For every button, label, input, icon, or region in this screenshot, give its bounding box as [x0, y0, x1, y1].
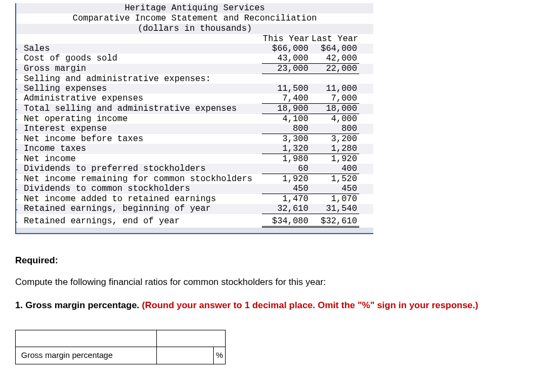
statement-row: Retained earnings, end of year$34,080$32… [16, 216, 373, 227]
row-label: Dividends to preferred stockholders [24, 164, 262, 174]
this-year-value: 11,500 [262, 84, 311, 94]
statement-row: Net income before taxes3,3003,200 [16, 134, 373, 144]
last-year-value: 450 [311, 184, 359, 194]
row-label: Net income added to retained earnings [24, 194, 262, 204]
question-area: Required: Compute the following financia… [15, 254, 554, 364]
last-year-value: 22,000 [311, 64, 359, 74]
required-heading: Required: [15, 254, 554, 268]
answer-blank-cell-2 [157, 330, 226, 347]
statement-title-2: Comparative Income Statement and Reconci… [16, 14, 373, 24]
this-year-value: 1,470 [262, 194, 311, 204]
this-year-value: 1,980 [262, 154, 311, 164]
item-instruction: (Round your answer to 1 decimal place. O… [142, 300, 478, 310]
percent-unit: % [214, 347, 226, 364]
gross-margin-input[interactable] [157, 347, 213, 364]
row-label: Selling and administrative expenses: [24, 74, 262, 84]
this-year-value: 4,100 [262, 114, 311, 124]
last-year-value: 1,280 [311, 144, 359, 154]
row-label: Administrative expenses [24, 94, 262, 103]
last-year-value: 11,000 [311, 84, 359, 94]
statement-row: Selling and administrative expenses: [16, 74, 373, 84]
last-year-value: 1,070 [311, 194, 359, 204]
this-year-value: 23,000 [262, 64, 311, 74]
statement-row: Net income added to retained earnings1,4… [16, 194, 373, 204]
row-label: Net income before taxes [24, 134, 262, 144]
question-prompt: Compute the following financial ratios f… [15, 275, 554, 289]
this-year-value: 3,300 [262, 134, 311, 144]
statement-row: Administrative expenses7,4007,000 [16, 94, 373, 104]
row-label: Net income [24, 154, 262, 164]
item-label: Gross margin percentage. [25, 300, 142, 310]
last-year-value: 1,920 [311, 154, 359, 164]
last-year-value: 18,000 [311, 104, 359, 114]
income-statement: Heritage Antiquing Services Comparative … [15, 3, 373, 234]
row-label: Total selling and administrative expense… [24, 104, 262, 114]
row-label: Sales [24, 44, 262, 54]
this-year-value: $66,000 [262, 44, 311, 54]
statement-row: Net operating income4,1004,000 [16, 114, 373, 124]
row-label: Retained earnings, end of year [24, 216, 262, 226]
this-year-value: $34,080 [262, 216, 311, 227]
this-year-value: 18,900 [262, 104, 311, 114]
last-year-value: 4,000 [311, 114, 359, 124]
statement-row: Net income1,9801,920 [16, 154, 373, 164]
column-headers: This Year Last Year [16, 34, 373, 44]
col-header-last-year: Last Year [311, 34, 359, 44]
this-year-value: 7,400 [262, 94, 311, 104]
this-year-value: 1,320 [262, 144, 311, 154]
row-label: Cost of goods sold [24, 54, 262, 63]
row-label: Dividends to common stockholders [24, 184, 262, 194]
last-year-value: 400 [311, 164, 359, 174]
this-year-value: 60 [262, 164, 311, 174]
last-year-value: 1,520 [311, 174, 359, 184]
statement-title-1: Heritage Antiquing Services [16, 3, 373, 14]
answer-row-label: Gross margin percentage [16, 347, 157, 364]
statement-row: Income taxes1,3201,280 [16, 144, 373, 154]
row-label: Interest expense [24, 124, 262, 134]
last-year-value: 7,000 [311, 94, 359, 104]
last-year-value: 800 [311, 124, 359, 134]
last-year-value: $64,000 [311, 44, 359, 54]
statement-row: Total selling and administrative expense… [16, 104, 373, 114]
this-year-value: 43,000 [262, 54, 311, 64]
statement-row: Gross margin23,00022,000 [16, 64, 373, 74]
statement-row: Selling expenses11,50011,000 [16, 84, 373, 94]
answer-blank-cell [16, 330, 157, 347]
this-year-value: 32,610 [262, 204, 311, 214]
row-label: Income taxes [24, 144, 262, 154]
answer-table: Gross margin percentage % [15, 330, 226, 364]
row-label: Net operating income [24, 114, 262, 124]
statement-row: Dividends to preferred stockholders60400 [16, 164, 373, 174]
last-year-value: $32,610 [311, 216, 359, 227]
col-header-this-year: This Year [262, 34, 311, 44]
item-number: 1. [15, 300, 25, 310]
statement-row: Retained earnings, beginning of year32,6… [16, 204, 373, 214]
last-year-value: 42,000 [311, 54, 359, 64]
this-year-value: 1,920 [262, 174, 311, 184]
row-label: Net income remaining for common stockhol… [24, 174, 262, 184]
statement-title-3: (dollars in thousands) [16, 24, 373, 34]
last-year-value: 31,540 [311, 204, 359, 214]
question-item: 1. Gross margin percentage. (Round your … [15, 298, 554, 313]
row-label: Gross margin [24, 64, 262, 74]
this-year-value: 450 [262, 184, 311, 194]
this-year-value: 800 [262, 124, 311, 134]
statement-row: Dividends to common stockholders450450 [16, 184, 373, 194]
statement-row: Net income remaining for common stockhol… [16, 174, 373, 184]
answer-input-cell [157, 347, 214, 364]
last-year-value: 3,200 [311, 134, 359, 144]
statement-row: Cost of goods sold43,00042,000 [16, 54, 373, 64]
statement-row: Interest expense800800 [16, 124, 373, 134]
row-label: Retained earnings, beginning of year [24, 204, 262, 214]
row-label: Selling expenses [24, 84, 262, 94]
statement-row: Sales$66,000$64,000 [16, 44, 373, 54]
